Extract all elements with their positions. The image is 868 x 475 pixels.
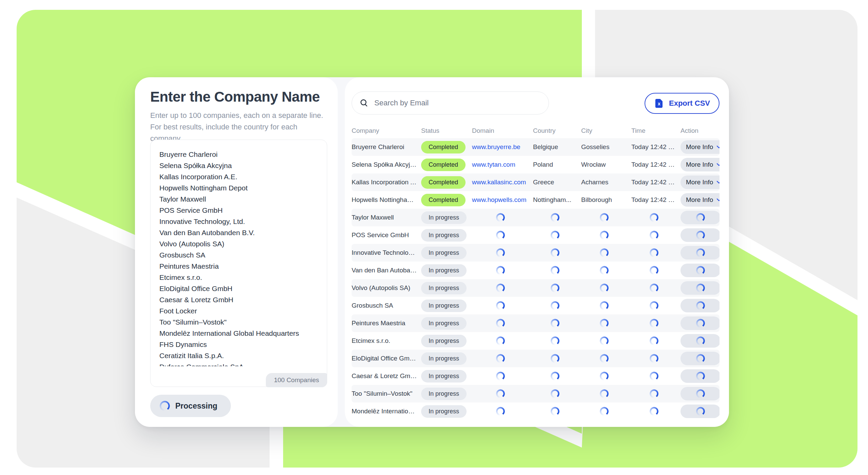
loading-spinner [600,248,609,257]
time-cell: Today 12:42 PM [631,143,680,151]
chevron-down-icon [716,163,719,166]
status-cell: Completed [421,176,472,189]
company-cell: POS Service GmbH [352,231,421,239]
time-cell [631,301,680,310]
company-cell: Etcimex s.r.o. [352,337,421,345]
loading-spinner [696,354,705,363]
country-cell [533,354,581,363]
loading-spinner [551,284,559,292]
loading-spinner [650,231,658,240]
status-cell: In progress [421,352,472,365]
loading-spinner [551,354,559,363]
domain-cell: www.tytan.com [472,161,533,168]
domain-cell [472,319,533,328]
more-info-button[interactable]: More Info [680,193,719,207]
loading-spinner [650,319,658,328]
domain-cell: www.bruyerre.be [472,143,533,151]
status-cell: In progress [421,282,472,294]
city-cell [581,213,631,222]
company-cell: Too "Silumin–Vostok" [352,390,421,397]
city-cell [581,231,631,240]
loading-spinner [496,284,505,292]
loading-spinner [551,301,559,310]
status-cell: In progress [421,300,472,312]
action-cell [680,299,719,312]
loading-spinner [496,231,505,240]
time-cell [631,319,680,328]
more-info-label: More Info [686,143,713,151]
domain-link[interactable]: www.kallasinc.com [472,179,526,186]
domain-link[interactable]: www.hopwells.com [472,196,527,203]
loading-spinner [496,354,505,363]
more-info-button[interactable]: More Info [680,140,719,154]
export-csv-button[interactable]: x Export CSV [645,93,719,114]
domain-cell [472,389,533,398]
time-cell: Today 12:42 PM [631,161,680,168]
status-badge: In progress [421,264,467,277]
action-loading-pill [680,264,719,277]
action-cell: More Info [680,158,719,171]
loading-spinner [551,372,559,380]
status-badge: Completed [421,194,466,206]
loading-spinner [496,407,505,416]
time-cell [631,354,680,363]
table-row: Bruyerre Charleroi Completed www.bruyerr… [352,138,719,156]
action-loading-pill [680,387,719,400]
table-row: Volvo (Autopolis SA) In progress [352,279,719,297]
loading-spinner [650,389,658,398]
processing-button-label: Processing [175,401,217,411]
city-cell [581,354,631,363]
time-cell [631,389,680,398]
column-header-time: Time [631,127,680,135]
column-header-country: Country [533,127,581,135]
loading-spinner [600,319,609,328]
table-row: Innovative Technology... In progress [352,244,719,262]
city-cell [581,407,631,416]
action-cell [680,264,719,277]
search-input[interactable] [374,99,541,107]
loading-spinner [600,266,609,275]
status-badge: Completed [421,176,466,189]
city-cell [581,319,631,328]
action-loading-pill [680,316,719,330]
loading-spinner [696,389,705,398]
table-row: Peintures Maestria In progress [352,314,719,332]
loading-spinner [496,301,505,310]
country-cell [533,266,581,275]
processing-spinner-icon [160,401,170,411]
loading-spinner [600,213,609,222]
domain-cell [472,284,533,292]
company-input[interactable]: Bruyerre Charleroi Selena Spółka Akcyjna… [150,140,327,387]
action-cell: More Info [680,193,719,207]
country-cell [533,301,581,310]
chevron-down-icon [716,145,719,149]
company-cell: Taylor Maxwell [352,214,421,221]
loading-spinner [551,407,559,416]
country-cell [533,336,581,345]
company-cell: Mondelēz International... [352,408,421,415]
status-cell: Completed [421,194,472,206]
more-info-button[interactable]: More Info [680,175,719,189]
loading-spinner [696,407,705,416]
status-badge: In progress [421,211,467,224]
action-loading-pill [680,228,719,242]
table-row: Etcimex s.r.o. In progress [352,332,719,350]
domain-link[interactable]: www.tytan.com [472,161,515,168]
more-info-label: More Info [686,161,713,168]
loading-spinner [551,266,559,275]
company-count-badge: 100 Companies [266,373,327,387]
status-cell: Completed [421,141,472,153]
processing-button[interactable]: Processing [150,395,231,417]
more-info-button[interactable]: More Info [680,158,719,171]
table-row: Too "Silumin–Vostok" In progress [352,385,719,402]
company-cell: Caesar & Loretz GmbH [352,372,421,380]
company-cell: Selena Spółka Akcyjna [352,161,421,168]
status-badge: In progress [421,317,467,330]
domain-link[interactable]: www.bruyerre.be [472,143,520,150]
page-subtitle: Enter up to 100 companies, each on a sep… [150,110,327,144]
company-cell: Grosbusch SA [352,302,421,309]
loading-spinner [650,336,658,345]
time-cell [631,213,680,222]
action-cell [680,211,719,224]
svg-text:x: x [658,101,660,106]
